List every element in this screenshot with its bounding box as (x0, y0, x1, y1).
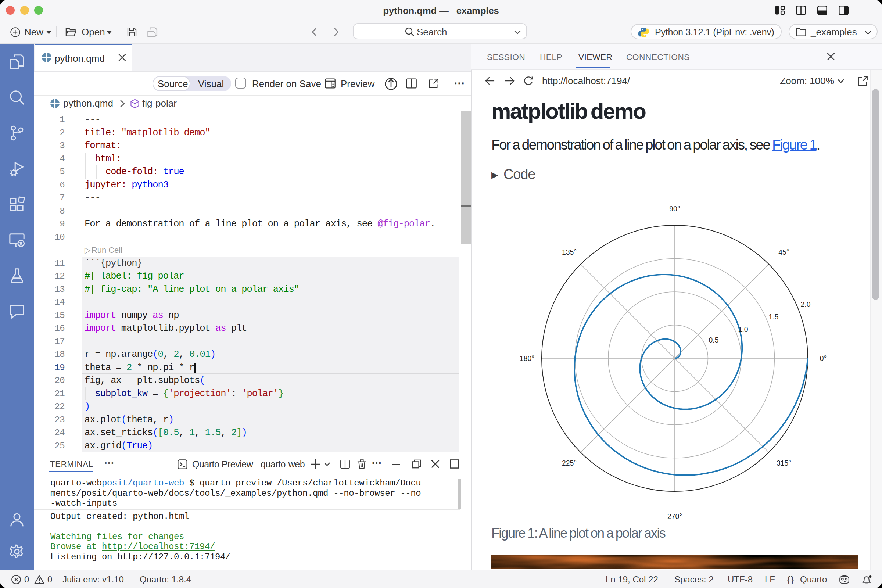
svg-text:1.5: 1.5 (769, 313, 779, 321)
svg-text:90°: 90° (669, 205, 680, 213)
svg-text:135°: 135° (562, 248, 577, 256)
svg-text:0°: 0° (820, 354, 827, 362)
svg-text:2.0: 2.0 (801, 300, 811, 308)
svg-text:225°: 225° (562, 459, 577, 467)
svg-text:0.5: 0.5 (709, 336, 719, 344)
svg-text:1.0: 1.0 (738, 325, 748, 333)
svg-text:270°: 270° (668, 512, 682, 520)
svg-text:315°: 315° (777, 459, 791, 467)
svg-text:45°: 45° (778, 248, 789, 256)
svg-text:180°: 180° (520, 354, 534, 362)
